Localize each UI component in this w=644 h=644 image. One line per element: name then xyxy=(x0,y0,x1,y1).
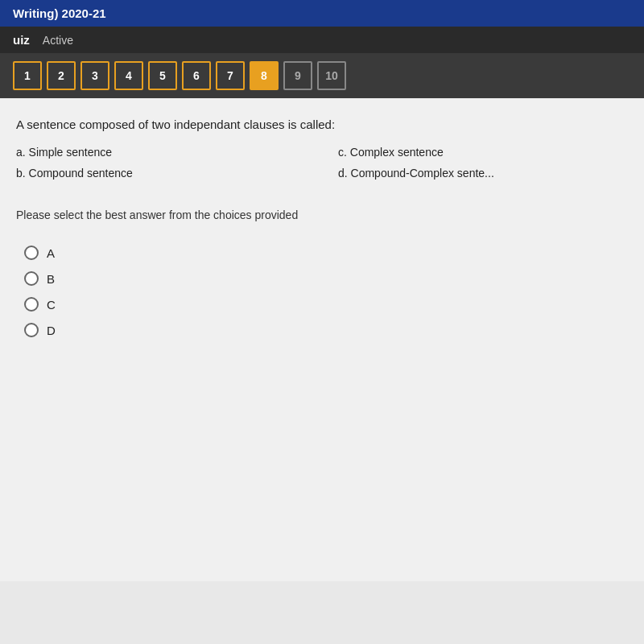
content-area: A sentence composed of two independant c… xyxy=(0,98,644,581)
radio-item-b[interactable]: B xyxy=(24,271,628,286)
answer-grid: a. Simple sentencec. Complex sentenceb. … xyxy=(16,144,628,181)
nav-button-10: 10 xyxy=(317,61,346,90)
question-text: A sentence composed of two independant c… xyxy=(16,118,628,131)
answer-option-d: d. Compound-Complex sente... xyxy=(338,165,628,181)
radio-item-a[interactable]: A xyxy=(24,246,628,260)
quiz-header: uiz Active xyxy=(0,27,644,53)
answer-option-c: c. Complex sentence xyxy=(338,144,628,160)
nav-button-3[interactable]: 3 xyxy=(80,61,109,90)
radio-circle-a xyxy=(24,246,39,260)
nav-button-6[interactable]: 6 xyxy=(182,61,211,90)
radio-group: ABCD xyxy=(16,246,628,337)
top-bar: Writing) 2020-21 xyxy=(0,0,644,27)
nav-button-1[interactable]: 1 xyxy=(13,61,42,90)
answer-option-b: b. Compound sentence xyxy=(16,165,306,181)
instruction-text: Please select the best answer from the c… xyxy=(16,200,628,229)
quiz-status: Active xyxy=(43,34,73,47)
quiz-title: uiz xyxy=(13,33,30,47)
radio-circle-c xyxy=(24,297,39,312)
radio-circle-b xyxy=(24,271,39,286)
answer-option-a: a. Simple sentence xyxy=(16,144,306,160)
radio-label-c: C xyxy=(47,298,56,312)
radio-item-d[interactable]: D xyxy=(24,323,628,337)
radio-label-b: B xyxy=(47,272,55,286)
top-bar-title: Writing) 2020-21 xyxy=(13,6,106,20)
radio-circle-d xyxy=(24,323,39,337)
radio-label-d: D xyxy=(47,324,56,337)
question-navigation: 12345678910 xyxy=(0,53,644,98)
radio-item-c[interactable]: C xyxy=(24,297,628,312)
nav-button-4[interactable]: 4 xyxy=(114,61,143,90)
nav-button-8[interactable]: 8 xyxy=(250,61,279,90)
nav-button-5[interactable]: 5 xyxy=(148,61,177,90)
radio-label-a: A xyxy=(47,246,55,260)
nav-button-7[interactable]: 7 xyxy=(216,61,245,90)
nav-button-9: 9 xyxy=(283,61,312,90)
nav-button-2[interactable]: 2 xyxy=(47,61,76,90)
